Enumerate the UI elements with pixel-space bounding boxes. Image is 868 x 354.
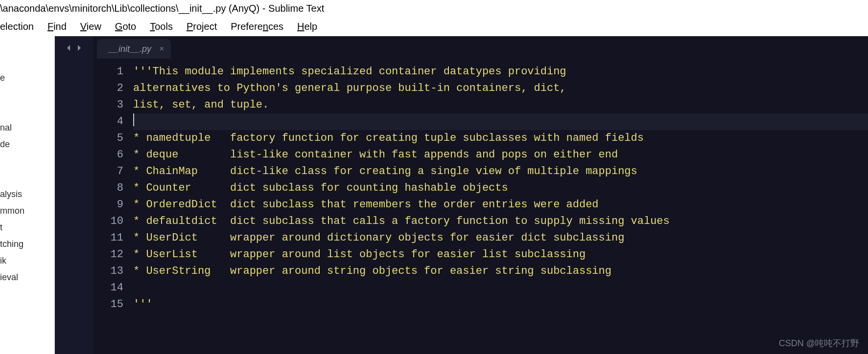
sidebar-item[interactable]: ik [0,252,54,269]
sidebar-item[interactable] [0,103,54,119]
close-icon[interactable]: × [160,44,164,53]
line-number: 14 [93,280,123,296]
menu-goto[interactable]: Goto [115,21,136,32]
window-title: \anaconda\envs\minitorch\Lib\collections… [0,0,868,17]
nav-forward-icon[interactable] [75,44,83,52]
sidebar-item[interactable]: nal [0,119,54,136]
code-line[interactable]: * ChainMap dict-like class for creating … [133,163,868,180]
menu-help[interactable]: Help [297,21,317,32]
line-number: 4 [93,113,123,130]
code-line[interactable] [133,280,868,296]
nav-back-icon[interactable] [65,44,72,52]
code-line[interactable] [133,113,868,130]
code-line[interactable]: alternatives to Python's general purpose… [133,80,868,97]
editor: __init__.py × 1 2 3 4 5 6 7 8 9 10 11 12… [93,36,868,354]
tab-init-py[interactable]: __init__.py × [97,39,171,59]
line-number: 3 [93,97,123,113]
sidebar-item[interactable]: mmon [0,202,54,219]
code-line[interactable]: * Counter dict subclass for counting has… [133,180,868,197]
line-number: 1 [93,64,123,80]
menu-find[interactable]: Find [47,21,67,32]
menu-tools[interactable]: Tools [150,21,173,32]
text-cursor [133,113,134,126]
sidebar-item[interactable] [0,169,54,186]
code-line[interactable]: '''This module implements specialized co… [133,64,868,80]
code-line[interactable]: ''' [133,296,868,313]
code-area[interactable]: 1 2 3 4 5 6 7 8 9 10 11 12 13 14 15 '''T… [93,59,868,354]
line-number: 15 [93,296,123,313]
sidebar-item[interactable] [0,53,54,69]
line-number: 8 [93,180,123,197]
menu-view[interactable]: View [80,21,101,32]
sidebar-item[interactable]: tching [0,236,54,252]
sidebar-item[interactable] [0,36,54,53]
title-text: \anaconda\envs\minitorch\Lib\collections… [0,3,324,14]
code-line[interactable]: * defaultdict dict subclass that calls a… [133,213,868,230]
line-number: 7 [93,163,123,180]
line-number: 12 [93,246,123,263]
sidebar-item[interactable] [0,153,54,169]
code-line[interactable]: * UserList wrapper around list objects f… [133,246,868,263]
menu-bar: election Find View Goto Tools Project Pr… [0,17,868,36]
line-number: 13 [93,263,123,280]
code-line[interactable]: * namedtuple factory function for creati… [133,130,868,147]
menu-project[interactable]: Project [187,21,217,32]
tab-label: __init__.py [109,44,151,54]
menu-selection[interactable]: election [0,21,34,32]
code-line[interactable]: * UserDict wrapper around dictionary obj… [133,230,868,246]
line-number-gutter: 1 2 3 4 5 6 7 8 9 10 11 12 13 14 15 [93,64,133,354]
line-number: 5 [93,130,123,147]
sidebar-item[interactable]: e [0,69,54,86]
sidebar[interactable]: e nal de alysis mmon t tching ik ieval [0,36,55,354]
line-number: 9 [93,197,123,213]
nav-arrows [55,36,93,354]
line-number: 10 [93,213,123,230]
sidebar-item[interactable]: alysis [0,186,54,202]
main-area: e nal de alysis mmon t tching ik ieval _… [0,36,868,354]
code-line[interactable]: list, set, and tuple. [133,97,868,113]
sidebar-item[interactable]: ieval [0,269,54,286]
line-number: 6 [93,147,123,163]
menu-preferences[interactable]: Preferences [231,21,283,32]
tab-bar: __init__.py × [93,36,868,59]
sidebar-item[interactable]: t [0,219,54,236]
code-line[interactable]: * UserString wrapper around string objec… [133,263,868,280]
code-line[interactable]: * deque list-like container with fast ap… [133,147,868,163]
code-text[interactable]: '''This module implements specialized co… [133,64,868,354]
watermark: CSDN @吨吨不打野 [779,337,859,349]
sidebar-item[interactable]: de [0,136,54,153]
sidebar-item[interactable] [0,86,54,103]
line-number: 2 [93,80,123,97]
code-line[interactable]: * OrderedDict dict subclass that remembe… [133,197,868,213]
line-number: 11 [93,230,123,246]
